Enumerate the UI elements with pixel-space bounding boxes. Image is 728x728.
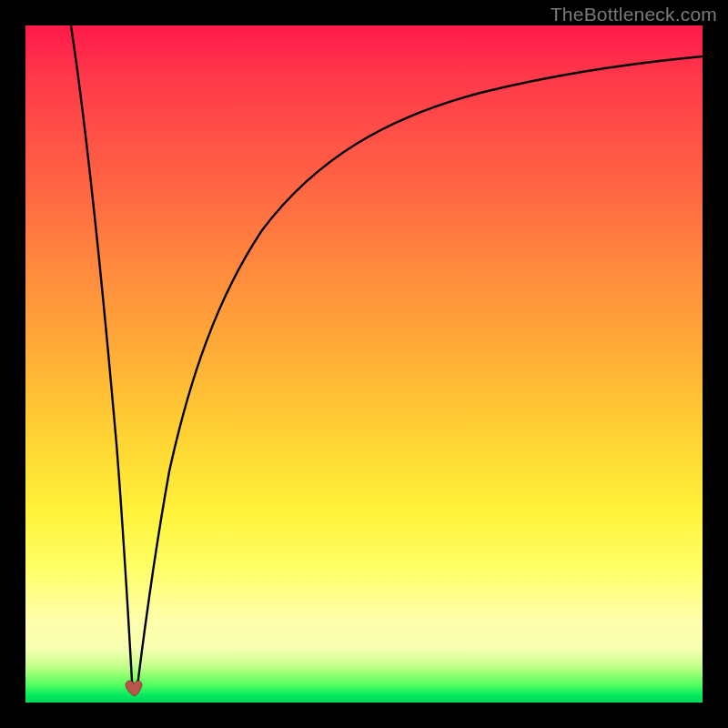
- watermark-text: TheBottleneck.com: [551, 4, 717, 25]
- chart-frame: TheBottleneck.com: [0, 0, 728, 728]
- minimum-marker: [126, 681, 142, 696]
- bottleneck-curve: [25, 25, 703, 703]
- curve-path: [71, 25, 703, 692]
- plot-area: [25, 25, 703, 703]
